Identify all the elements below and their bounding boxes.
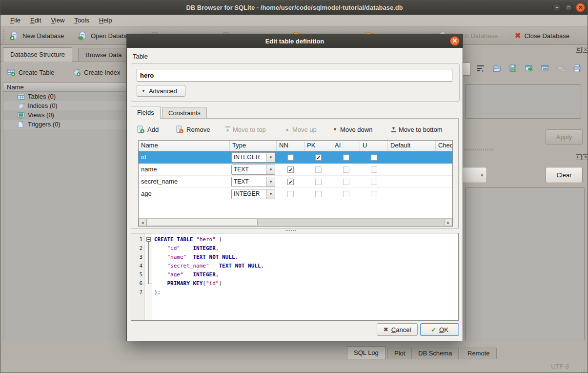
dock-splitter[interactable]: [464, 149, 493, 150]
close-database-icon: ✖: [515, 31, 521, 40]
new-database-button[interactable]: New Database: [9, 26, 64, 45]
field-row-age[interactable]: age INTEGER▾: [139, 188, 452, 200]
fold-collapse-icon[interactable]: [146, 237, 151, 242]
field-row-id[interactable]: id INTEGER▾ ✓: [139, 151, 452, 164]
check-cell[interactable]: [436, 151, 452, 164]
check-cell[interactable]: [436, 164, 452, 175]
scrollbar-thumb[interactable]: [146, 219, 258, 226]
nn-checkbox[interactable]: [287, 154, 294, 161]
window-titlebar[interactable]: DB Browser for SQLite - /home/user/code/…: [0, 0, 588, 15]
u-checkbox[interactable]: [371, 154, 377, 161]
menu-file[interactable]: File: [5, 15, 25, 26]
column-header-type[interactable]: Type: [230, 141, 277, 151]
field-row-secret-name[interactable]: secret_name TEXT▾ ✓: [139, 176, 452, 188]
log-dock-float-icon[interactable]: [576, 154, 582, 160]
database-new-icon: [9, 31, 19, 41]
move-to-bottom-button[interactable]: ▼ Move to bottom: [391, 124, 443, 135]
nn-checkbox[interactable]: ✓: [287, 166, 294, 173]
column-header-ai[interactable]: AI: [332, 141, 360, 151]
ai-checkbox[interactable]: [343, 166, 349, 173]
scroll-right-icon[interactable]: ▸: [445, 219, 452, 226]
check-cell[interactable]: [436, 176, 452, 187]
column-header-check[interactable]: Check: [436, 141, 452, 151]
cancel-button[interactable]: ✖ Cancel: [377, 323, 418, 336]
close-database-button[interactable]: ✖ Close Database: [515, 26, 569, 45]
dialog-splitter[interactable]: [285, 230, 296, 231]
default-cell[interactable]: [388, 151, 436, 164]
log-dock-close-icon[interactable]: ✕: [583, 154, 588, 160]
nn-checkbox[interactable]: [287, 191, 294, 197]
menu-view[interactable]: View: [46, 15, 69, 26]
ai-checkbox[interactable]: [343, 154, 349, 161]
sql-preview[interactable]: 1 2 3 4 5 6 7 CREATE TABLE "hero" ( "id"…: [131, 233, 459, 321]
print-cell-icon[interactable]: [571, 62, 583, 74]
tab-remote[interactable]: Remote: [461, 348, 497, 359]
u-checkbox[interactable]: [371, 191, 377, 197]
move-down-button[interactable]: ▼ Move down: [333, 124, 372, 135]
word-wrap-icon[interactable]: [475, 62, 487, 74]
type-combobox[interactable]: INTEGER▾: [230, 151, 277, 164]
nn-checkbox[interactable]: ✓: [287, 179, 294, 185]
apply-cell-icon[interactable]: [523, 62, 535, 74]
chevron-down-icon: ▼: [142, 89, 145, 93]
toolbar-grip[interactable]: [3, 29, 5, 42]
tab-sql-log[interactable]: SQL Log: [347, 346, 385, 359]
field-row-name[interactable]: name TEXT▾ ✓: [139, 164, 452, 176]
default-cell[interactable]: [388, 176, 436, 187]
u-checkbox[interactable]: [371, 166, 377, 173]
type-combobox[interactable]: TEXT▾: [230, 176, 277, 187]
column-header-u[interactable]: U: [360, 141, 388, 151]
scroll-left-icon[interactable]: ◂: [139, 219, 146, 226]
tab-database-structure[interactable]: Database Structure: [3, 47, 72, 62]
u-checkbox[interactable]: [371, 179, 377, 185]
menu-help[interactable]: Help: [94, 15, 117, 26]
close-button[interactable]: ✕: [576, 3, 585, 12]
pk-checkbox[interactable]: [315, 191, 322, 197]
pk-checkbox[interactable]: [315, 166, 322, 173]
column-header-name[interactable]: Name: [139, 141, 230, 151]
pk-checkbox[interactable]: [315, 179, 322, 185]
resize-grip[interactable]: [584, 370, 585, 371]
sql-log-textarea[interactable]: [465, 187, 585, 340]
grid-horizontal-scrollbar[interactable]: ◂ ▸: [139, 218, 452, 226]
dock-float-icon[interactable]: [576, 47, 582, 53]
tab-fields[interactable]: Fields: [131, 106, 161, 119]
encoding-indicator[interactable]: UTF-8: [551, 363, 569, 370]
menu-edit[interactable]: Edit: [25, 15, 46, 26]
export-cell-icon[interactable]: [507, 62, 519, 74]
minimize-button[interactable]: −: [552, 3, 562, 12]
default-cell[interactable]: [388, 164, 436, 175]
column-header-pk[interactable]: PK: [304, 141, 332, 151]
ok-button[interactable]: ✔ OK: [420, 323, 459, 336]
dock-close-icon[interactable]: ✕: [583, 47, 588, 53]
remove-field-button[interactable]: Remove: [176, 124, 210, 135]
advanced-button[interactable]: ▼ Advanced: [137, 85, 185, 97]
table-name-input[interactable]: [137, 69, 452, 82]
column-header-default[interactable]: Default: [388, 141, 436, 151]
clear-log-button[interactable]: Clear: [546, 167, 583, 183]
dialog-titlebar[interactable]: Edit table definition ✕: [127, 34, 463, 48]
column-header-nn[interactable]: NN: [277, 141, 304, 151]
set-null-icon[interactable]: [555, 62, 567, 74]
dialog-close-button[interactable]: ✕: [450, 36, 460, 46]
add-field-button[interactable]: Add: [137, 124, 159, 135]
ai-checkbox[interactable]: [343, 191, 349, 197]
check-cell[interactable]: [436, 188, 452, 200]
cancel-x-icon: ✖: [384, 326, 388, 333]
type-combobox[interactable]: TEXT▾: [230, 164, 277, 175]
type-combobox[interactable]: INTEGER▾: [230, 188, 277, 200]
create-table-button[interactable]: Create Table: [7, 65, 54, 79]
default-cell[interactable]: [388, 188, 436, 200]
pk-checkbox[interactable]: ✓: [315, 154, 322, 161]
menu-tools[interactable]: Tools: [69, 15, 94, 26]
create-index-button[interactable]: Create Index: [73, 65, 120, 79]
ai-checkbox[interactable]: [343, 179, 349, 185]
link-cell-icon[interactable]: [539, 62, 551, 74]
tab-constraints[interactable]: Constraints: [162, 107, 207, 119]
import-cell-icon[interactable]: [491, 62, 503, 74]
tab-db-schema[interactable]: DB Schema: [411, 348, 459, 359]
tab-browse-data[interactable]: Browse Data: [78, 48, 129, 62]
tab-plot[interactable]: Plot: [387, 348, 412, 359]
maximize-button[interactable]: ◻: [564, 3, 573, 12]
cell-editor-textarea[interactable]: [465, 84, 581, 119]
